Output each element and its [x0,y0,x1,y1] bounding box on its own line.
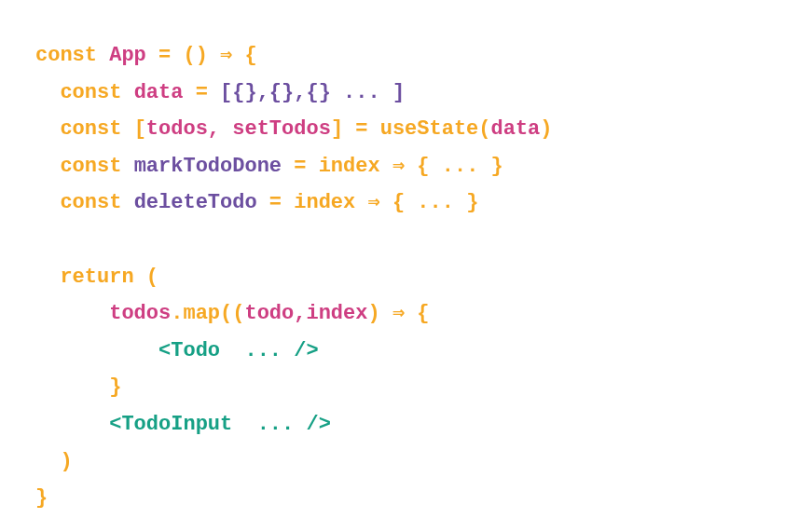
code-token: = index ⇒ { ... } [257,191,479,214]
code-token: <TodoInput ... /> [109,413,331,436]
code-line: } [35,480,763,517]
indent [35,450,60,473]
code-token: } [109,375,121,399]
code-line: } [35,369,763,406]
code-token: todos [109,302,171,325]
code-token: return ( [60,266,158,289]
code-line: const data = [{},{},{} ... ] [35,75,763,112]
code-token: ) [60,450,72,473]
code-token: useState( [380,117,491,141]
code-line: const App = () ⇒ { [35,37,763,75]
code-token: [ [134,117,146,141]
code-token: = [183,81,220,104]
code-token [35,228,48,252]
code-token: const [60,191,133,214]
code-token: deleteTodo [134,191,257,214]
indent [35,302,109,325]
code-line: const deleteTodo = index ⇒ { ... } [35,184,763,222]
code-token: ⇒ { [392,302,430,325]
code-token: const [60,117,133,141]
indent [35,413,109,436]
code-token: ( [232,302,244,325]
indent [35,191,60,214]
indent [35,155,60,178]
code-line: <TodoInput ... /> [35,406,763,443]
code-line: const markTodoDone = index ⇒ { ... } [35,148,763,185]
code-line: const [todos, setTodos] = useState(data) [35,111,763,148]
code-line [35,222,763,259]
code-token: } [35,486,48,510]
code-line: ) [35,443,763,481]
code-token: ] = [331,117,380,141]
code-snippet: const App = () ⇒ { const data = [{},{},{… [0,0,798,532]
code-token: data [134,81,184,104]
code-token: const [60,81,133,104]
code-token: { [232,44,256,67]
code-token: const [60,155,133,178]
code-line: return ( [35,259,763,296]
code-line: todos.map((todo,index) ⇒ { [35,295,763,333]
code-token: ) [540,117,552,141]
code-token: todos, setTodos [146,117,331,141]
indent [35,375,109,399]
indent [35,339,158,362]
code-token: [{},{},{} ... ] [220,81,405,104]
indent [35,266,60,289]
code-token: const [35,44,109,67]
code-line: <Todo ... /> [35,333,763,370]
code-token: .map( [171,302,232,325]
code-token: data [491,117,541,141]
indent [35,117,60,141]
code-token: <Todo ... /> [158,339,319,362]
code-token: ⇒ [220,44,232,67]
code-token: ) [367,302,392,325]
code-token: = index ⇒ { ... } [282,155,503,178]
code-token: todo,index [244,302,367,325]
indent [35,81,60,104]
code-token: App [109,44,146,67]
code-token: = () [146,44,220,67]
code-token: markTodoDone [134,155,282,178]
